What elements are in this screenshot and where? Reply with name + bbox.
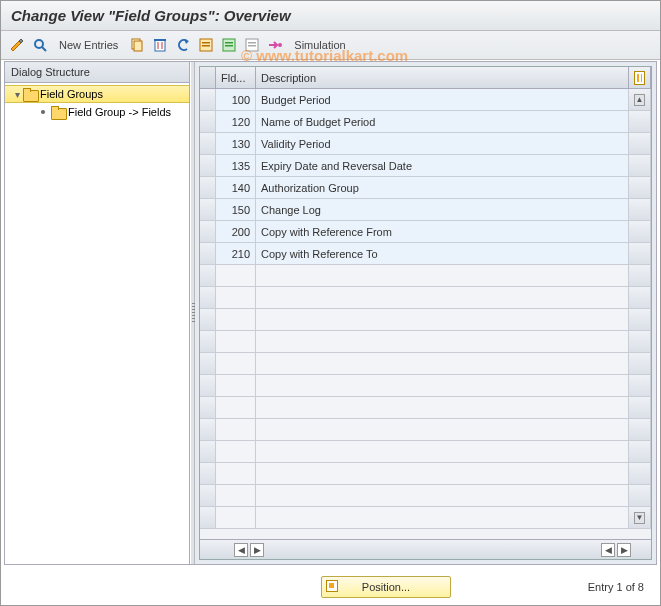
tree-item-field-groups[interactable]: ▾ Field Groups (5, 85, 189, 103)
cell-fld[interactable] (216, 353, 256, 374)
cell-fld[interactable]: 200 (216, 221, 256, 242)
cell-description[interactable] (256, 485, 629, 506)
simulation-button[interactable]: Simulation (288, 39, 351, 51)
row-selector[interactable] (200, 485, 216, 506)
new-entries-button[interactable]: New Entries (53, 39, 124, 51)
row-selector[interactable] (200, 353, 216, 374)
cell-fld[interactable]: 135 (216, 155, 256, 176)
row-selector[interactable] (200, 287, 216, 308)
table-row[interactable]: 130Validity Period (200, 133, 651, 155)
table-settings-button[interactable] (629, 67, 651, 88)
copy-icon[interactable] (127, 35, 147, 55)
row-selector[interactable] (200, 265, 216, 286)
position-button[interactable]: Position... (321, 576, 451, 598)
row-selector[interactable] (200, 155, 216, 176)
undo-icon[interactable] (173, 35, 193, 55)
row-selector[interactable] (200, 309, 216, 330)
column-description[interactable]: Description (256, 67, 629, 88)
cell-description[interactable]: Authorization Group (256, 177, 629, 198)
row-selector[interactable] (200, 463, 216, 484)
cell-description[interactable] (256, 463, 629, 484)
row-selector[interactable] (200, 507, 216, 528)
table-row-empty[interactable] (200, 265, 651, 287)
table-row-empty[interactable] (200, 397, 651, 419)
cell-description[interactable] (256, 419, 629, 440)
tree-item-field-group-fields[interactable]: Field Group -> Fields (5, 103, 189, 121)
table-row[interactable]: 150Change Log (200, 199, 651, 221)
column-fld[interactable]: Fld... (216, 67, 256, 88)
cell-fld[interactable]: 100 (216, 89, 256, 110)
table-row-empty[interactable] (200, 331, 651, 353)
table-row-empty[interactable] (200, 419, 651, 441)
table-row-empty[interactable] (200, 441, 651, 463)
cell-description[interactable]: Copy with Reference From (256, 221, 629, 242)
cell-fld[interactable]: 140 (216, 177, 256, 198)
row-selector[interactable] (200, 89, 216, 110)
cell-description[interactable] (256, 331, 629, 352)
details-icon[interactable] (30, 35, 50, 55)
cell-fld[interactable] (216, 309, 256, 330)
row-selector[interactable] (200, 111, 216, 132)
table-row-empty[interactable]: ▼ (200, 507, 651, 529)
table-row[interactable]: 140Authorization Group (200, 177, 651, 199)
delete-icon[interactable] (150, 35, 170, 55)
table-row-empty[interactable] (200, 309, 651, 331)
cell-fld[interactable] (216, 419, 256, 440)
table-row-empty[interactable] (200, 485, 651, 507)
select-all-icon[interactable] (196, 35, 216, 55)
row-selector[interactable] (200, 199, 216, 220)
cell-description[interactable]: Copy with Reference To (256, 243, 629, 264)
row-selector[interactable] (200, 133, 216, 154)
cell-description[interactable] (256, 287, 629, 308)
cell-fld[interactable] (216, 265, 256, 286)
table-row[interactable]: 120Name of Budget Period (200, 111, 651, 133)
cell-fld[interactable]: 150 (216, 199, 256, 220)
cell-description[interactable] (256, 265, 629, 286)
scroll-left-end-icon[interactable]: ◀ (601, 543, 615, 557)
row-selector[interactable] (200, 441, 216, 462)
cell-description[interactable]: Validity Period (256, 133, 629, 154)
table-row[interactable]: 200Copy with Reference From (200, 221, 651, 243)
cell-fld[interactable]: 210 (216, 243, 256, 264)
table-row[interactable]: 210Copy with Reference To (200, 243, 651, 265)
cell-fld[interactable] (216, 331, 256, 352)
cell-fld[interactable] (216, 441, 256, 462)
cell-description[interactable] (256, 441, 629, 462)
row-selector[interactable] (200, 331, 216, 352)
cell-description[interactable]: Change Log (256, 199, 629, 220)
cell-fld[interactable]: 130 (216, 133, 256, 154)
cell-description[interactable]: Expiry Date and Reversal Date (256, 155, 629, 176)
table-row-empty[interactable] (200, 375, 651, 397)
collapse-icon[interactable]: ▾ (11, 89, 23, 100)
select-block-icon[interactable] (219, 35, 239, 55)
cell-description[interactable] (256, 507, 629, 528)
row-selector[interactable] (200, 419, 216, 440)
cell-description[interactable]: Name of Budget Period (256, 111, 629, 132)
toggle-display-change-icon[interactable] (7, 35, 27, 55)
row-selector[interactable] (200, 397, 216, 418)
table-row-empty[interactable] (200, 287, 651, 309)
scroll-up-icon[interactable]: ▲ (634, 94, 645, 106)
table-row-empty[interactable] (200, 353, 651, 375)
cell-description[interactable]: Budget Period (256, 89, 629, 110)
cell-fld[interactable] (216, 397, 256, 418)
row-selector[interactable] (200, 375, 216, 396)
row-selector[interactable] (200, 221, 216, 242)
select-all-corner[interactable] (200, 67, 216, 88)
scroll-left-icon[interactable]: ◀ (234, 543, 248, 557)
cell-fld[interactable] (216, 485, 256, 506)
cell-description[interactable] (256, 397, 629, 418)
cell-fld[interactable]: 120 (216, 111, 256, 132)
table-row-empty[interactable] (200, 463, 651, 485)
scroll-right-icon[interactable]: ▶ (250, 543, 264, 557)
table-row[interactable]: 100Budget Period▲ (200, 89, 651, 111)
cell-fld[interactable] (216, 287, 256, 308)
table-row[interactable]: 135Expiry Date and Reversal Date (200, 155, 651, 177)
execute-icon[interactable] (265, 35, 285, 55)
deselect-all-icon[interactable] (242, 35, 262, 55)
cell-fld[interactable] (216, 507, 256, 528)
scroll-right-end-icon[interactable]: ▶ (617, 543, 631, 557)
cell-description[interactable] (256, 309, 629, 330)
row-selector[interactable] (200, 243, 216, 264)
cell-description[interactable] (256, 375, 629, 396)
